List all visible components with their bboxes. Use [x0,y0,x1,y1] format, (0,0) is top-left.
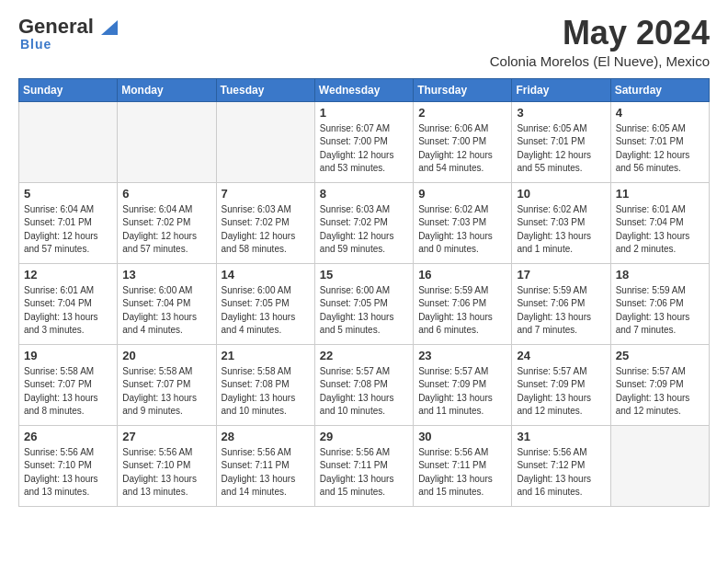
day-info: Sunrise: 6:03 AMSunset: 7:02 PMDaylight:… [222,203,310,257]
day-number: 4 [616,106,704,120]
day-number: 12 [24,268,112,282]
calendar-week-1: 1Sunrise: 6:07 AMSunset: 7:00 PMDaylight… [19,101,710,182]
calendar-cell: 29Sunrise: 5:56 AMSunset: 7:11 PMDayligh… [314,425,413,506]
day-number: 21 [222,349,310,362]
calendar-cell: 5Sunrise: 6:04 AMSunset: 7:01 PMDaylight… [19,182,118,263]
weekday-header-friday: Friday [512,78,610,101]
calendar-cell: 14Sunrise: 6:00 AMSunset: 7:05 PMDayligh… [216,263,314,344]
day-number: 24 [517,349,605,362]
day-number: 8 [320,187,408,201]
calendar-week-2: 5Sunrise: 6:04 AMSunset: 7:01 PMDaylight… [19,182,710,263]
calendar-cell: 3Sunrise: 6:05 AMSunset: 7:01 PMDaylight… [512,101,610,182]
calendar-cell: 20Sunrise: 5:58 AMSunset: 7:07 PMDayligh… [118,344,216,425]
day-number: 6 [122,187,210,201]
day-info: Sunrise: 5:58 AMSunset: 7:07 PMDaylight:… [122,365,210,419]
calendar-cell: 9Sunrise: 6:02 AMSunset: 7:03 PMDaylight… [414,182,512,263]
calendar-cell: 28Sunrise: 5:56 AMSunset: 7:11 PMDayligh… [216,425,314,506]
logo-general: General [18,15,94,38]
day-number: 3 [517,106,605,120]
logo-text: General [18,15,118,39]
calendar-cell: 6Sunrise: 6:04 AMSunset: 7:02 PMDaylight… [118,182,216,263]
month-title: May 2024 [490,15,710,52]
day-info: Sunrise: 5:57 AMSunset: 7:09 PMDaylight:… [418,365,506,419]
day-number: 15 [320,268,408,282]
day-number: 27 [122,430,210,443]
day-info: Sunrise: 5:58 AMSunset: 7:07 PMDaylight:… [24,365,112,419]
day-info: Sunrise: 5:56 AMSunset: 7:12 PMDaylight:… [517,446,605,500]
day-number: 1 [320,106,408,120]
calendar-cell: 22Sunrise: 5:57 AMSunset: 7:08 PMDayligh… [314,344,413,425]
day-number: 17 [517,268,605,282]
day-number: 23 [418,349,506,362]
day-number: 29 [320,430,408,443]
day-number: 7 [222,187,310,201]
day-number: 11 [616,187,704,201]
calendar-week-5: 26Sunrise: 5:56 AMSunset: 7:10 PMDayligh… [19,425,710,506]
day-info: Sunrise: 5:57 AMSunset: 7:09 PMDaylight:… [517,365,605,419]
calendar-cell: 13Sunrise: 6:00 AMSunset: 7:04 PMDayligh… [118,263,216,344]
calendar-cell: 4Sunrise: 6:05 AMSunset: 7:01 PMDaylight… [610,101,709,182]
calendar-week-3: 12Sunrise: 6:01 AMSunset: 7:04 PMDayligh… [19,263,710,344]
calendar-cell: 1Sunrise: 6:07 AMSunset: 7:00 PMDaylight… [314,101,413,182]
day-info: Sunrise: 5:59 AMSunset: 7:06 PMDaylight:… [517,284,605,338]
weekday-header-sunday: Sunday [19,78,118,101]
calendar-cell: 24Sunrise: 5:57 AMSunset: 7:09 PMDayligh… [512,344,610,425]
calendar-cell: 16Sunrise: 5:59 AMSunset: 7:06 PMDayligh… [414,263,512,344]
day-number: 30 [418,430,506,443]
day-number: 19 [24,349,112,362]
day-number: 18 [616,268,704,282]
day-info: Sunrise: 5:57 AMSunset: 7:08 PMDaylight:… [320,365,408,419]
day-number: 14 [222,268,310,282]
calendar-cell: 30Sunrise: 5:56 AMSunset: 7:11 PMDayligh… [414,425,512,506]
day-info: Sunrise: 6:01 AMSunset: 7:04 PMDaylight:… [24,284,112,338]
day-number: 31 [517,430,605,443]
calendar-cell [610,425,709,506]
day-info: Sunrise: 6:01 AMSunset: 7:04 PMDaylight:… [616,203,704,257]
day-info: Sunrise: 5:56 AMSunset: 7:11 PMDaylight:… [320,446,408,500]
calendar-cell: 27Sunrise: 5:56 AMSunset: 7:10 PMDayligh… [118,425,216,506]
day-info: Sunrise: 6:00 AMSunset: 7:04 PMDaylight:… [122,284,210,338]
day-info: Sunrise: 6:05 AMSunset: 7:01 PMDaylight:… [517,122,605,176]
calendar-cell: 8Sunrise: 6:03 AMSunset: 7:02 PMDaylight… [314,182,413,263]
day-info: Sunrise: 5:56 AMSunset: 7:11 PMDaylight:… [222,446,310,500]
calendar-cell: 12Sunrise: 6:01 AMSunset: 7:04 PMDayligh… [19,263,118,344]
day-number: 2 [418,106,506,120]
day-info: Sunrise: 5:57 AMSunset: 7:09 PMDaylight:… [616,365,704,419]
calendar-cell: 11Sunrise: 6:01 AMSunset: 7:04 PMDayligh… [610,182,709,263]
weekday-header-wednesday: Wednesday [314,78,413,101]
logo-blue-text: Blue [20,37,51,52]
day-number: 5 [24,187,112,201]
weekday-header-thursday: Thursday [414,78,512,101]
day-number: 25 [616,349,704,362]
weekday-header-monday: Monday [118,78,216,101]
logo-icon [101,20,118,35]
weekday-header-row: SundayMondayTuesdayWednesdayThursdayFrid… [19,78,710,101]
calendar-cell: 25Sunrise: 5:57 AMSunset: 7:09 PMDayligh… [610,344,709,425]
day-info: Sunrise: 5:56 AMSunset: 7:10 PMDaylight:… [122,446,210,500]
day-info: Sunrise: 6:03 AMSunset: 7:02 PMDaylight:… [320,203,408,257]
calendar-cell: 17Sunrise: 5:59 AMSunset: 7:06 PMDayligh… [512,263,610,344]
calendar-cell: 23Sunrise: 5:57 AMSunset: 7:09 PMDayligh… [414,344,512,425]
day-number: 20 [122,349,210,362]
day-number: 22 [320,349,408,362]
day-info: Sunrise: 6:02 AMSunset: 7:03 PMDaylight:… [517,203,605,257]
location-title: Colonia Morelos (El Nueve), Mexico [490,53,710,69]
day-info: Sunrise: 5:58 AMSunset: 7:08 PMDaylight:… [222,365,310,419]
day-info: Sunrise: 5:59 AMSunset: 7:06 PMDaylight:… [616,284,704,338]
calendar-cell: 26Sunrise: 5:56 AMSunset: 7:10 PMDayligh… [19,425,118,506]
weekday-header-tuesday: Tuesday [216,78,314,101]
page-header: General Blue May 2024 Colonia Morelos (E… [18,15,710,69]
calendar-cell [118,101,216,182]
day-info: Sunrise: 6:05 AMSunset: 7:01 PMDaylight:… [616,122,704,176]
day-number: 26 [24,430,112,443]
day-number: 13 [122,268,210,282]
calendar-week-4: 19Sunrise: 5:58 AMSunset: 7:07 PMDayligh… [19,344,710,425]
logo: General Blue [18,15,118,52]
day-number: 10 [517,187,605,201]
day-number: 28 [222,430,310,443]
day-info: Sunrise: 6:04 AMSunset: 7:02 PMDaylight:… [122,203,210,257]
day-info: Sunrise: 5:56 AMSunset: 7:11 PMDaylight:… [418,446,506,500]
calendar-cell: 31Sunrise: 5:56 AMSunset: 7:12 PMDayligh… [512,425,610,506]
calendar-cell [19,101,118,182]
calendar-cell: 7Sunrise: 6:03 AMSunset: 7:02 PMDaylight… [216,182,314,263]
